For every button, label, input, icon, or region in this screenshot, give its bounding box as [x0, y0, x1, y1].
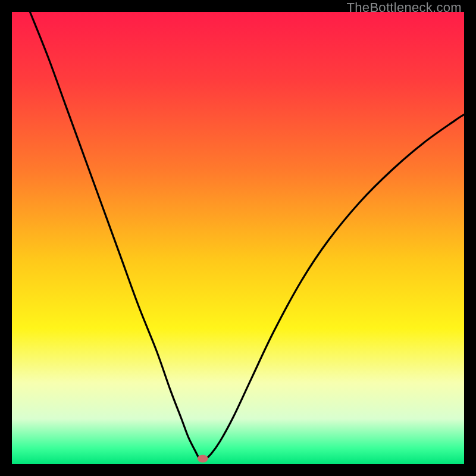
bottleneck-chart [12, 12, 464, 464]
gradient-background [12, 12, 464, 464]
watermark-text: TheBottleneck.com [347, 0, 462, 15]
minimum-marker [198, 455, 208, 462]
chart-frame [12, 12, 464, 464]
